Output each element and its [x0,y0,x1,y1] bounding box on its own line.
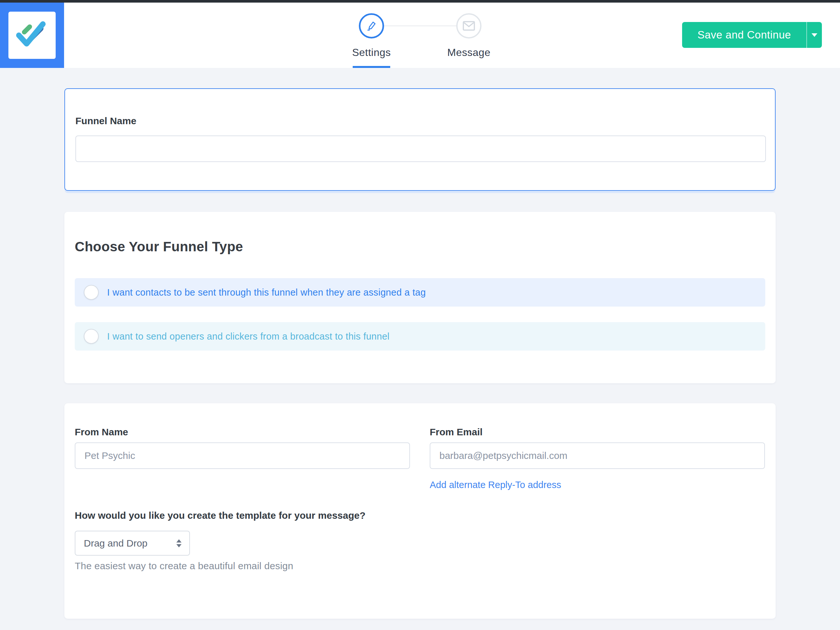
save-options-caret-button[interactable] [807,22,822,48]
check-logo-icon [13,16,51,55]
add-reply-to-link[interactable]: Add alternate Reply-To address [430,480,561,490]
save-and-continue-label[interactable]: Save and Continue [682,22,806,48]
broadcast-option-radio[interactable] [84,329,99,344]
sendlane-logo [8,12,56,59]
step-message-circle[interactable] [456,13,482,38]
from-name-input[interactable] [75,443,410,469]
funnel-type-heading: Choose Your Funnel Type [75,239,243,255]
template-hint-text: The easiest way to create a beautiful em… [75,561,293,572]
pencil-icon [365,19,378,32]
top-border-bar [0,0,840,3]
message-setup-card: From Name From Email Add alternate Reply… [65,403,775,619]
funnel-type-option-broadcast[interactable]: I want to send openers and clickers from… [75,322,765,351]
header: Settings Message Save and Continue [0,3,840,68]
broadcast-option-label: I want to send openers and clickers from… [107,331,390,342]
step-settings-label[interactable]: Settings [336,47,407,58]
template-type-select[interactable]: Drag and Drop [75,531,190,556]
funnel-name-input[interactable] [76,135,766,162]
stepper-connector [384,25,456,26]
app-logo-block[interactable] [0,3,64,68]
funnel-type-option-tag[interactable]: I want contacts to be sent through this … [75,278,765,307]
caret-down-icon [812,33,817,37]
template-type-select-value: Drag and Drop [84,538,148,549]
template-question-label: How would you like you create the templa… [75,510,366,521]
active-step-underline [353,66,390,68]
tag-option-radio[interactable] [84,285,99,300]
select-arrows-icon [176,539,182,547]
step-settings-circle[interactable] [359,13,384,38]
funnel-name-label: Funnel Name [76,115,136,126]
tag-option-label: I want contacts to be sent through this … [107,287,426,298]
from-name-label: From Name [75,427,128,438]
envelope-icon [462,20,476,32]
from-email-input[interactable] [430,443,765,469]
from-email-label: From Email [430,427,482,438]
save-and-continue-button[interactable]: Save and Continue [682,22,822,48]
funnel-name-card: Funnel Name [65,88,775,191]
funnel-type-card: Choose Your Funnel Type I want contacts … [65,212,775,383]
step-message-label[interactable]: Message [433,47,504,58]
